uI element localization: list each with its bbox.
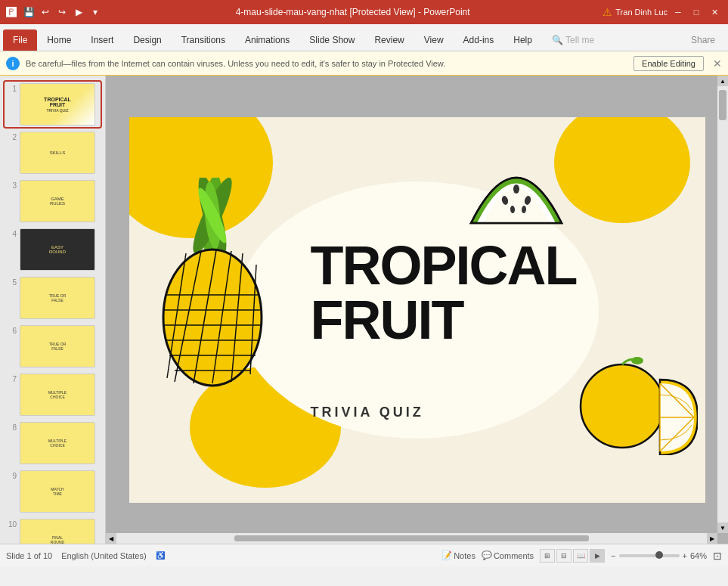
scroll-thumb-h[interactable] xyxy=(234,535,589,541)
tab-tellme[interactable]: 🔍 Tell me xyxy=(542,29,604,51)
protected-view-bar: i Be careful—files from the Internet can… xyxy=(0,51,728,76)
slide-img-1: TROPICALFRUITTRIVIA QUIZ xyxy=(20,83,95,126)
tab-help[interactable]: Help xyxy=(503,29,542,51)
tab-review[interactable]: Review xyxy=(364,29,414,51)
tab-view[interactable]: View xyxy=(414,29,454,51)
zoom-out-button[interactable]: − xyxy=(611,551,615,560)
slide-thumb-6[interactable]: 6 TRUE ORFALSE xyxy=(5,324,101,369)
protected-close-button[interactable]: ✕ xyxy=(713,57,722,70)
view-buttons: ⊞ ⊟ 📖 ▶ xyxy=(540,549,605,563)
slide-subtitle: TRIVIA QUIZ xyxy=(311,405,424,420)
scroll-up-button[interactable]: ▲ xyxy=(717,76,728,86)
main-area: 1 TROPICALFRUITTRIVIA QUIZ 2 SKILLS 3 GA… xyxy=(0,76,728,544)
redo-button[interactable]: ↪ xyxy=(54,5,70,20)
zoom-area: − + 64% xyxy=(611,551,707,560)
tab-slideshow[interactable]: Slide Show xyxy=(299,29,364,51)
zoom-level: 64% xyxy=(690,551,707,560)
title-bar-left: 🅿 💾 ↩ ↪ ▶ ▾ xyxy=(6,5,103,20)
slide-title: TROPICAL FRUIT xyxy=(311,238,577,347)
status-bar: Slide 1 of 10 English (United States) ♿ … xyxy=(0,544,728,566)
slide-thumb-9[interactable]: 9 MATCHTIME xyxy=(5,469,101,514)
status-bar-left: Slide 1 of 10 English (United States) ♿ xyxy=(6,551,165,560)
title-bar: 🅿 💾 ↩ ↪ ▶ ▾ 4-mau-slide-mau-vang-nhat [P… xyxy=(0,0,728,24)
slide-img-4: EASYROUND xyxy=(20,228,95,271)
tab-design[interactable]: Design xyxy=(123,29,171,51)
slide-img-3: GAMERULES xyxy=(20,180,95,222)
svg-point-23 xyxy=(581,364,664,448)
vertical-scrollbar[interactable]: ▲ ▼ xyxy=(717,76,728,533)
scroll-thumb-v[interactable] xyxy=(719,90,726,120)
save-button[interactable]: 💾 xyxy=(21,5,36,20)
share-button[interactable]: Share xyxy=(681,29,725,51)
reading-view-button[interactable]: 📖 xyxy=(573,549,588,563)
slide-thumb-5[interactable]: 5 TRUE ORFALSE xyxy=(5,275,101,321)
slide-thumb-2[interactable]: 2 SKILLS xyxy=(5,130,101,175)
zoom-thumb xyxy=(655,551,663,559)
scroll-right-button[interactable]: ▶ xyxy=(707,533,717,544)
svg-point-24 xyxy=(631,357,643,364)
status-bar-right: 📝 Notes 💬 Comments ⊞ ⊟ 📖 ▶ − + 64% ⊡ xyxy=(441,549,722,563)
slide-title-line1: TROPICAL xyxy=(311,238,577,293)
tab-animations[interactable]: Animations xyxy=(235,29,299,51)
minimize-button[interactable]: ─ xyxy=(671,5,686,20)
close-button[interactable]: ✕ xyxy=(707,5,722,20)
protected-message: Be careful—files from the Internet can c… xyxy=(26,59,627,68)
tab-home[interactable]: Home xyxy=(37,29,81,51)
tab-file[interactable]: File xyxy=(3,29,37,51)
slide-thumb-4[interactable]: 4 EASYROUND xyxy=(5,227,101,272)
slide-img-5: TRUE ORFALSE xyxy=(20,277,95,319)
slideshow-view-button[interactable]: ▶ xyxy=(590,549,605,563)
orange-illustration xyxy=(577,349,698,457)
svg-point-19 xyxy=(513,184,519,194)
scroll-left-button[interactable]: ◀ xyxy=(106,533,116,544)
window-title: 4-mau-slide-mau-vang-nhat [Protected Vie… xyxy=(103,7,603,17)
comments-icon: 💬 xyxy=(482,550,492,560)
slide-panel: 1 TROPICALFRUITTRIVIA QUIZ 2 SKILLS 3 GA… xyxy=(0,76,106,544)
customize-qat-button[interactable]: ▾ xyxy=(88,5,103,20)
watermelon-illustration xyxy=(463,140,569,233)
restore-button[interactable]: □ xyxy=(689,5,704,20)
slide-img-2: SKILLS xyxy=(20,132,95,174)
pineapple-illustration xyxy=(144,178,280,392)
tab-addins[interactable]: Add-ins xyxy=(454,29,504,51)
username: Tran Dinh Luc xyxy=(615,8,668,17)
zoom-slider[interactable] xyxy=(619,554,680,557)
notes-button[interactable]: 📝 Notes xyxy=(441,550,476,560)
slide-img-7: MULTIPLECHOICE xyxy=(20,374,95,416)
slide-sorter-button[interactable]: ⊟ xyxy=(556,549,572,563)
slide-thumb-10[interactable]: 10 FINALROUND xyxy=(5,517,101,544)
scroll-track-h xyxy=(116,533,707,544)
slide-img-9: MATCHTIME xyxy=(20,470,95,513)
language-indicator: English (United States) xyxy=(61,551,147,560)
slide-count: Slide 1 of 10 xyxy=(6,551,52,560)
notes-icon: 📝 xyxy=(441,550,452,560)
undo-button[interactable]: ↩ xyxy=(38,5,53,20)
ribbon-tab-bar: File Home Insert Design Transitions Anim… xyxy=(0,24,728,51)
slide-img-10: FINALROUND xyxy=(20,519,95,544)
quick-access-toolbar: 💾 ↩ ↪ ▶ ▾ xyxy=(21,5,103,20)
slide-thumb-8[interactable]: 8 MULTIPLECHOICE xyxy=(5,420,101,466)
slide-img-8: MULTIPLECHOICE xyxy=(20,422,95,464)
fit-to-window-button[interactable]: ⊡ xyxy=(713,550,722,562)
comments-button[interactable]: 💬 Comments xyxy=(482,550,534,560)
warning-icon: ⚠ xyxy=(603,6,612,18)
slide-thumb-3[interactable]: 3 GAMERULES xyxy=(5,178,101,224)
slide-canvas[interactable]: TROPICAL FRUIT TRIVIA QUIZ xyxy=(129,117,705,503)
enable-editing-button[interactable]: Enable Editing xyxy=(634,56,704,71)
normal-view-button[interactable]: ⊞ xyxy=(540,549,555,563)
scroll-track-v xyxy=(717,86,728,522)
bg-yellow-topright xyxy=(554,117,690,223)
present-button[interactable]: ▶ xyxy=(71,5,86,20)
tab-transitions[interactable]: Transitions xyxy=(172,29,235,51)
protected-info-icon: i xyxy=(6,57,20,70)
tab-insert[interactable]: Insert xyxy=(81,29,123,51)
zoom-in-button[interactable]: + xyxy=(683,551,687,560)
scroll-down-button[interactable]: ▼ xyxy=(717,522,728,533)
slide-thumb-7[interactable]: 7 MULTIPLECHOICE xyxy=(5,372,101,417)
powerpoint-icon: 🅿 xyxy=(6,6,17,18)
slide-title-line2: FRUIT xyxy=(311,293,577,347)
slide-thumb-1[interactable]: 1 TROPICALFRUITTRIVIA QUIZ xyxy=(5,82,101,127)
horizontal-scrollbar[interactable]: ◀ ▶ xyxy=(106,533,717,544)
canvas-area: TROPICAL FRUIT TRIVIA QUIZ ▲ ▼ ◀ ▶ xyxy=(106,76,728,544)
slide-img-6: TRUE ORFALSE xyxy=(20,325,95,367)
